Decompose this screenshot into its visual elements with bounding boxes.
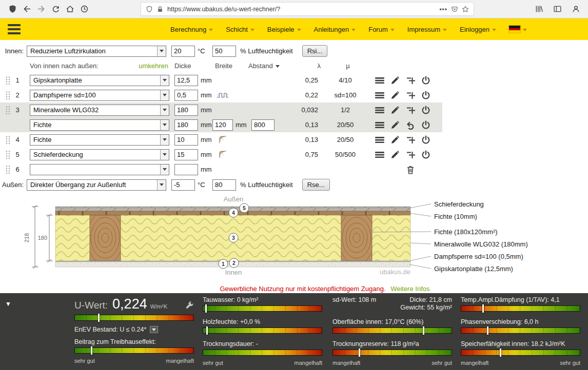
chevron-down-icon — [351, 29, 356, 31]
mu-value: 4/10 — [323, 76, 367, 84]
drag-handle[interactable] — [5, 106, 11, 115]
language-flag-button[interactable] — [509, 26, 527, 33]
toggle-layer-button[interactable] — [421, 105, 430, 115]
thickness-input[interactable] — [174, 149, 198, 160]
layer-marker-5[interactable]: 5 — [240, 203, 249, 213]
edit-layer-button[interactable] — [390, 135, 400, 145]
drag-handle[interactable] — [5, 91, 11, 100]
edit-layer-button[interactable] — [390, 75, 400, 85]
layer-marker-3[interactable]: 3 — [229, 233, 238, 242]
edit-layer-button[interactable] — [390, 105, 400, 115]
material-select[interactable]: Gipskartonplatte — [30, 75, 169, 86]
edit-layer-button[interactable] — [390, 150, 400, 159]
history-button[interactable] — [77, 2, 91, 16]
page-actions-icon[interactable]: ••• — [439, 6, 447, 13]
nav-item-anleitungen[interactable]: Anleitungen — [314, 26, 356, 33]
abstand-header-dropdown[interactable]: Abstand — [248, 62, 280, 70]
thickness-input[interactable] — [174, 75, 198, 86]
thickness-input[interactable] — [174, 105, 198, 116]
material-select[interactable] — [30, 164, 169, 175]
toggle-layer-button[interactable] — [421, 135, 430, 145]
rsi-button[interactable]: Rsi... — [302, 45, 328, 57]
layer-menu-button[interactable] — [375, 120, 384, 130]
layer-marker-4[interactable]: 4 — [229, 208, 238, 217]
material-select[interactable]: Dampfsperre sd=100 — [30, 90, 169, 101]
collapse-results-button[interactable]: ▼ — [5, 296, 18, 370]
home-button[interactable] — [63, 2, 77, 16]
thickness-input[interactable] — [174, 90, 198, 101]
inside-humidity-input[interactable] — [212, 46, 236, 57]
toggle-layer-button[interactable] — [421, 90, 430, 100]
edit-layer-button[interactable] — [390, 120, 400, 130]
insert-layer-button[interactable] — [405, 135, 415, 145]
library-button[interactable] — [532, 2, 546, 16]
nav-item-berechnung[interactable]: Berechnung — [170, 26, 213, 33]
insert-layer-button[interactable] — [405, 90, 415, 100]
nav-item-beispiele[interactable]: Beispiele — [267, 26, 301, 33]
drag-handle[interactable] — [5, 135, 11, 145]
inside-climate-row: Innen: Reduzierte Luftzirkulation °C % L… — [0, 43, 442, 59]
outside-humidity-input[interactable] — [212, 179, 236, 191]
back-button[interactable] — [19, 2, 34, 16]
layer-marker-1[interactable]: 1 — [219, 259, 228, 269]
nav-item-schicht[interactable]: Schicht — [226, 26, 254, 33]
layer-menu-button[interactable] — [375, 90, 384, 100]
layer-menu-button[interactable] — [375, 135, 384, 145]
delete-layer-button[interactable] — [405, 165, 415, 174]
material-select[interactable]: Fichte — [30, 134, 169, 146]
outside-climate-select[interactable]: Direkter Übergang zur Außenluft — [27, 179, 166, 191]
drag-handle[interactable] — [5, 76, 11, 85]
lock-icon[interactable] — [156, 6, 164, 13]
material-select[interactable]: Schieferdeckung — [30, 149, 169, 160]
layer-menu-button[interactable] — [375, 105, 384, 115]
thickness-input[interactable] — [174, 134, 198, 146]
toggle-layer-button[interactable] — [421, 120, 430, 130]
outside-temp-input[interactable] — [171, 179, 195, 191]
layer-marker-2[interactable]: 2 — [229, 258, 239, 268]
phase-scale-bar — [461, 327, 580, 334]
thickness-input[interactable] — [174, 119, 198, 131]
layer-menu-button[interactable] — [375, 150, 384, 159]
material-select[interactable]: Mineralwolle WLG032 — [30, 105, 169, 116]
layer-number: 4 — [11, 136, 24, 143]
drag-handle[interactable] — [5, 150, 11, 159]
pocket-icon[interactable] — [451, 6, 458, 13]
tracking-shield-icon[interactable] — [146, 6, 153, 13]
reload-button[interactable] — [48, 2, 63, 16]
thickness-input[interactable] — [174, 164, 198, 175]
url-bar[interactable]: https://www.ubakus.de/u-wert-rechner/? •… — [141, 2, 474, 16]
nav-item-impressum[interactable]: Impressum — [407, 26, 447, 33]
material-select[interactable]: Fichte — [30, 119, 169, 131]
wrench-icon[interactable] — [185, 301, 194, 310]
spacing-input[interactable] — [251, 119, 275, 131]
forward-button[interactable] — [34, 2, 48, 16]
account-button[interactable] — [569, 2, 583, 16]
bookmark-star-icon[interactable] — [462, 6, 469, 13]
url-text: https://www.ubakus.de/u-wert-rechner/? — [167, 6, 436, 13]
drag-handle[interactable] — [5, 165, 11, 174]
enev-dropdown[interactable] — [150, 326, 158, 333]
reverse-order-link[interactable]: umkehren — [139, 62, 168, 70]
layer-menu-button[interactable] — [375, 75, 384, 85]
insert-layer-button[interactable] — [405, 150, 415, 159]
lambda-value: 0,13 — [295, 136, 318, 143]
rse-button[interactable]: Rse... — [302, 179, 330, 191]
callout-dampfsperre: Dampfsperre sd=100 (0,5mm) — [434, 253, 523, 260]
inside-climate-select[interactable]: Reduzierte Luftzirkulation — [27, 46, 166, 57]
inside-temp-input[interactable] — [171, 46, 195, 57]
hamburger-menu-button[interactable] — [8, 24, 21, 34]
insert-layer-button[interactable] — [405, 105, 415, 115]
width-input[interactable] — [212, 119, 233, 131]
nav-item-forum[interactable]: Forum — [368, 26, 395, 33]
weitere-infos-link[interactable]: Weitere Infos — [390, 285, 429, 293]
undo-layer-button[interactable] — [405, 120, 415, 130]
extension-shield-icon[interactable] — [5, 2, 19, 16]
callout-fichte-180: Fichte (180x120mm²) — [434, 228, 498, 236]
insert-layer-button[interactable] — [405, 75, 415, 85]
chevron-down-icon — [297, 29, 301, 31]
nav-item-einloggen[interactable]: Einloggen — [460, 26, 496, 33]
toggle-layer-button[interactable] — [421, 150, 430, 159]
sidebar-button[interactable] — [550, 2, 564, 16]
edit-layer-button[interactable] — [390, 90, 400, 100]
toggle-layer-button[interactable] — [421, 75, 430, 85]
